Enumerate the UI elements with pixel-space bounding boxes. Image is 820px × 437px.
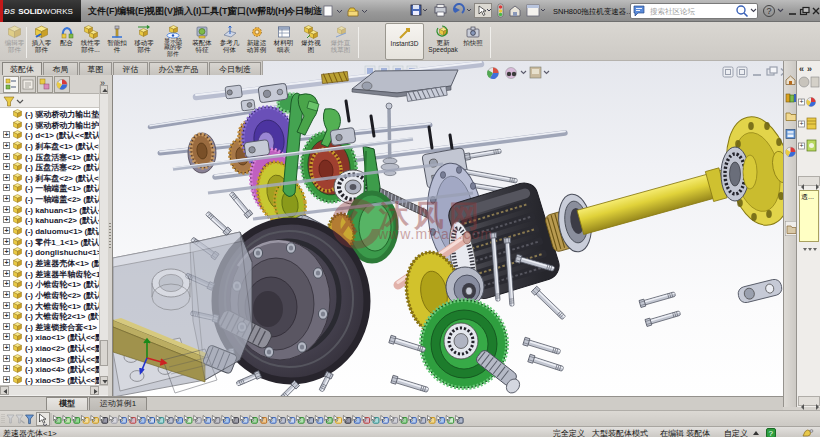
svg-text:+: + [799,98,803,105]
svg-text:www.mfcad.com: www.mfcad.com [377,226,493,242]
svg-text:+: + [799,120,803,127]
svg-text:?: ? [767,6,772,16]
svg-text:?: ? [769,429,774,437]
svg-text:+: + [799,142,803,149]
